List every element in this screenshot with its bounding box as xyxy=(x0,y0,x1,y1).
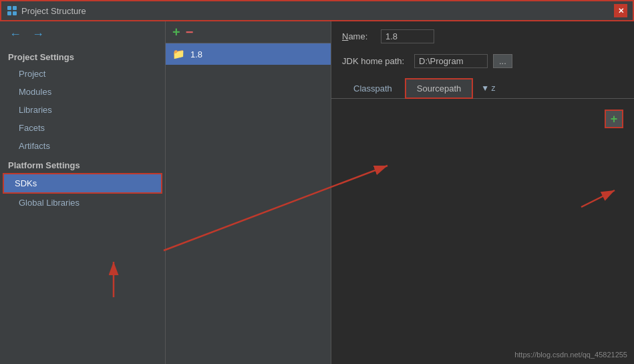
content-toolbar: + xyxy=(342,107,623,131)
right-panel: Name: JDK home path: ... Classpath Sourc… xyxy=(331,21,634,364)
content-area: + xyxy=(331,99,634,364)
tab-sourcepath[interactable]: Sourcepath xyxy=(405,78,474,99)
svg-rect-1 xyxy=(13,6,17,10)
jdk-label: JDK home path: xyxy=(342,56,409,66)
title-bar: Project Structure ✕ xyxy=(0,0,634,21)
sidebar-item-modules[interactable]: Modules xyxy=(0,83,165,101)
sidebar-item-global-libraries[interactable]: Global Libraries xyxy=(0,194,165,212)
sidebar: ← → Project Settings Project Modules Lib… xyxy=(0,21,166,364)
nav-row: ← → xyxy=(0,21,165,47)
sidebar-item-facets[interactable]: Facets xyxy=(0,119,165,137)
sdk-list-item[interactable]: 📁 1.8 xyxy=(166,43,331,65)
project-structure-icon xyxy=(7,5,17,16)
sdk-list: 📁 1.8 xyxy=(166,43,331,364)
name-row: Name: xyxy=(331,21,634,50)
name-input[interactable] xyxy=(381,29,434,43)
jdk-row: JDK home path: ... xyxy=(331,50,634,72)
tabs-row: Classpath Sourcepath ▼ z xyxy=(331,72,634,99)
sidebar-item-libraries[interactable]: Libraries xyxy=(0,101,165,119)
project-settings-label: Project Settings xyxy=(0,47,165,65)
close-button[interactable]: ✕ xyxy=(614,4,627,17)
tab-classpath[interactable]: Classpath xyxy=(342,79,404,98)
name-label: Name: xyxy=(342,31,375,41)
main-layout: ← → Project Settings Project Modules Lib… xyxy=(0,21,634,364)
svg-rect-3 xyxy=(13,11,17,15)
title-bar-left: Project Structure xyxy=(7,5,86,16)
tab-dropdown[interactable]: ▼ z xyxy=(477,81,499,96)
name-underline: N xyxy=(342,31,348,41)
forward-button[interactable]: → xyxy=(29,27,47,41)
jdk-path-input[interactable] xyxy=(414,54,488,68)
sdk-list-panel: + − 📁 1.8 xyxy=(166,21,331,364)
sidebar-item-artifacts[interactable]: Artifacts xyxy=(0,137,165,155)
title-text: Project Structure xyxy=(21,6,86,16)
content-add-button[interactable]: + xyxy=(605,110,623,128)
back-button[interactable]: ← xyxy=(7,27,24,41)
sdk-toolbar: + − xyxy=(166,21,331,43)
folder-icon: 📁 xyxy=(172,48,185,60)
platform-settings-label: Platform Settings xyxy=(0,155,165,173)
jdk-browse-button[interactable]: ... xyxy=(493,54,512,68)
svg-rect-2 xyxy=(7,11,11,15)
sidebar-item-project[interactable]: Project xyxy=(0,65,165,83)
watermark: https://blog.csdn.net/qq_45821255 xyxy=(514,351,627,359)
sdk-label: 1.8 xyxy=(190,49,202,59)
add-sdk-button[interactable]: + xyxy=(171,25,182,39)
sidebar-item-sdks[interactable]: SDKs xyxy=(3,173,162,194)
remove-sdk-button[interactable]: − xyxy=(184,25,195,39)
svg-rect-0 xyxy=(7,6,11,10)
